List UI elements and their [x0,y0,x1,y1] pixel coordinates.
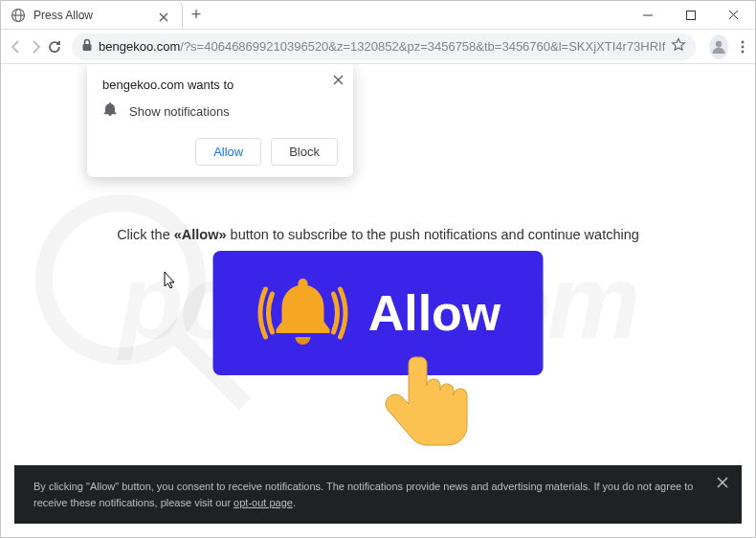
svg-rect-6 [686,11,695,19]
globe-icon [11,8,26,23]
allow-button[interactable]: Allow [195,138,261,166]
tab-close-icon[interactable] [159,9,172,22]
opt-out-link[interactable]: opt-out page [233,497,293,508]
fake-allow-label: Allow [368,284,501,342]
browser-tab[interactable]: Press Allow [1,1,183,29]
notification-buttons: Allow Block [102,138,338,166]
tab-title: Press Allow [33,9,153,22]
menu-button[interactable] [736,34,749,60]
forward-button[interactable] [28,34,43,60]
svg-rect-9 [83,44,92,51]
block-button[interactable]: Block [271,138,338,166]
svg-point-10 [716,40,722,46]
close-window-button[interactable] [712,1,755,30]
svg-point-12 [742,45,745,48]
svg-point-13 [742,50,745,53]
bell-ring-icon [256,265,351,361]
address-bar[interactable]: bengekoo.com/?s=406468699210396520&z=132… [72,34,696,60]
consent-text: By clicking "Allow" button, you consent … [33,481,693,508]
page-content: pcrisk.com bengekoo.com wants to Show no… [1,64,755,537]
notification-permission-label: Show notifications [129,104,230,119]
new-tab-button[interactable]: + [183,2,210,29]
url-text: bengekoo.com/?s=406468699210396520&z=132… [99,39,665,54]
toolbar: bengekoo.com/?s=406468699210396520&z=132… [1,30,755,64]
notification-origin: bengekoo.com wants to [102,78,338,92]
svg-point-11 [742,40,745,43]
maximize-button[interactable] [669,1,712,30]
window-controls [626,1,755,30]
bell-icon [102,101,118,121]
browser-window: Press Allow + bengekoo.com/?s=4064686992… [0,0,756,538]
reload-button[interactable] [47,34,62,60]
consent-banner: By clicking "Allow" button, you consent … [14,465,742,524]
profile-avatar[interactable] [709,34,728,59]
page-instruction: Click the «Allow» button to subscribe to… [1,227,755,242]
mouse-cursor-icon [164,271,177,293]
lock-icon [81,38,93,56]
minimize-button[interactable] [626,1,669,30]
svg-point-14 [44,203,197,356]
notification-close-icon[interactable] [333,72,344,89]
titlebar: Press Allow + [1,1,755,30]
fake-allow-button[interactable]: Allow [213,251,544,375]
consent-close-icon[interactable] [717,477,728,493]
bookmark-star-icon[interactable] [671,37,686,56]
back-button[interactable] [9,34,24,60]
notification-permission-popup: bengekoo.com wants to Show notifications… [87,64,353,177]
notification-permission-row: Show notifications [102,101,338,121]
